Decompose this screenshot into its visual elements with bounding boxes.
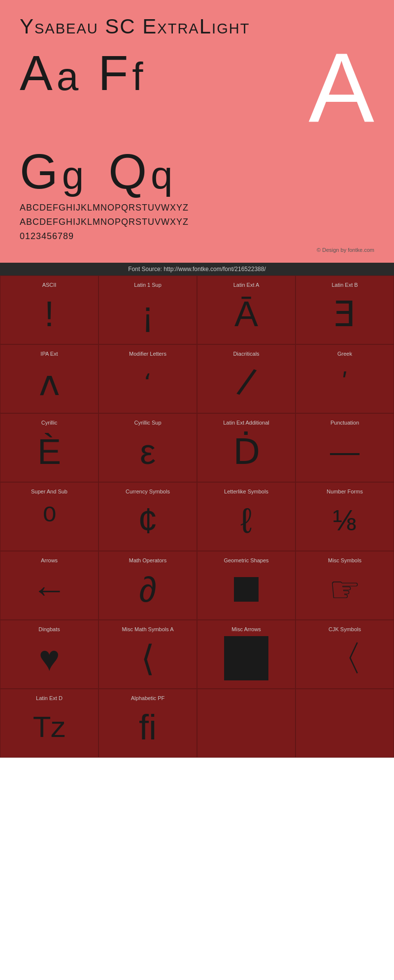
cell-glyph-diacriticals: / (233, 360, 259, 405)
grid-cell-latinexta: Latin Ext A Ā (197, 276, 296, 344)
cell-glyph-miscsymbols: ☞ (329, 567, 361, 612)
grid-cell-cyrillic: Cyrillic È (0, 413, 98, 482)
cell-glyph-cyrillicsup: ε (140, 429, 156, 474)
cell-glyph-arrows: ← (32, 567, 67, 612)
cell-label-letterlike: Letterlike Symbols (224, 489, 268, 494)
cell-label-geoshapes: Geometric Shapes (224, 557, 268, 563)
letter-A: A (20, 45, 53, 100)
letter-pair-ff: Ff (98, 48, 143, 97)
grid-cell-greek: Greek ʹ (296, 344, 394, 413)
cell-label-miscsymbols: Misc Symbols (328, 557, 361, 563)
grid-cell-mathops: Math Operators ∂ (98, 551, 197, 620)
grid-cell-alphabeticpf: Alphabetic PF ﬁ (98, 689, 197, 758)
grid-cell-letterlike: Letterlike Symbols ℓ (197, 482, 296, 551)
cell-glyph-geoshapes (234, 567, 259, 612)
grid-cell-dingbats: Dingbats ♥ (0, 620, 98, 689)
cell-label-punctuation: Punctuation (330, 420, 359, 426)
grid-cell-miscarrows: Misc Arrows (197, 620, 296, 689)
design-credit: © Design by fontke.com (20, 247, 374, 253)
letter-f: f (132, 55, 143, 98)
cell-label-dingbats: Dingbats (38, 626, 60, 632)
letter-F: F (98, 45, 128, 100)
cell-label-latinextb: Latin Ext B (331, 282, 358, 288)
alphabet-lower: ABCDEFGHIJKLMNOPQRSTUVWXYZ (20, 215, 374, 229)
cell-glyph-letterlike: ℓ (240, 498, 252, 543)
cell-glyph-latinexta: Ā (234, 292, 258, 336)
cell-label-diacriticals: Diacriticals (233, 351, 259, 357)
grid-cell-cjksymbols: CJK Symbols 〈 (296, 620, 394, 689)
cell-glyph-superandsub: ⁰ (42, 498, 57, 543)
grid-cell-modifierletters: Modifier Letters ʻ (98, 344, 197, 413)
grid-cell-miscsymbols: Misc Symbols ☞ (296, 551, 394, 620)
letter-pair-qq: Qq (108, 147, 172, 196)
cell-glyph-punctuation: — (330, 429, 360, 474)
cell-label-greek: Greek (337, 351, 352, 357)
grid-cell-latin1sup: Latin 1 Sup ¡ (98, 276, 197, 344)
big-letter-container: A (309, 48, 374, 147)
cell-glyph-latin1sup: ¡ (142, 292, 154, 336)
cell-label-arrows: Arrows (41, 557, 58, 563)
source-banner: Font Source: http://www.fontke.com/font/… (0, 263, 394, 276)
letter-a: a (57, 55, 79, 98)
grid-cell-currency: Currency Symbols ¢ (98, 482, 197, 551)
grid-cell-ascii: ASCII ! (0, 276, 98, 344)
letter-G: G (20, 144, 58, 199)
letter-showcase-2: Gg Qq (20, 147, 374, 196)
cell-glyph-greek: ʹ (341, 361, 348, 405)
cell-glyph-miscmatha: ⟨ (141, 636, 155, 680)
cell-label-latinexta: Latin Ext A (233, 282, 260, 288)
cell-glyph-numberforms: ⅛ (332, 498, 357, 543)
cell-label-mathops: Math Operators (129, 557, 166, 563)
grid-cell-numberforms: Number Forms ⅛ (296, 482, 394, 551)
cell-label-modifierletters: Modifier Letters (129, 351, 166, 357)
cell-label-miscmatha: Misc Math Symbols A (122, 626, 173, 632)
top-section: Ysabeau SC ExtraLight Aa Ff A Gg Qq ABCD… (0, 0, 394, 263)
cell-label-currency: Currency Symbols (126, 489, 170, 494)
letter-pair-gg: Gg (20, 147, 84, 196)
grid-cell-miscmatha: Misc Math Symbols A ⟨ (98, 620, 197, 689)
alphabet-upper: ABCDEFGHIJKLMNOPQRSTUVWXYZ (20, 201, 374, 215)
letter-showcase: Aa Ff A (20, 48, 374, 147)
cell-glyph-latinextb: Ǝ (333, 292, 356, 336)
cell-label-cyrillicsup: Cyrillic Sup (134, 420, 161, 426)
cell-label-ipaext: IPA Ext (40, 351, 58, 357)
cell-glyph-alphabeticpf: ﬁ (139, 705, 157, 749)
cell-glyph-dingbats: ♥ (39, 636, 60, 680)
grid-cell-cyrillicsup: Cyrillic Sup ε (98, 413, 197, 482)
letter-Q: Q (108, 144, 147, 199)
cell-label-superandsub: Super And Sub (31, 489, 67, 494)
cell-label-latin1sup: Latin 1 Sup (134, 282, 162, 288)
cell-glyph-currency: ¢ (138, 498, 158, 543)
cell-glyph-ipaext: ʌ (39, 361, 60, 405)
grid-cell-diacriticals: Diacriticals / (197, 344, 296, 413)
cell-glyph-latinextd: Tz (33, 705, 66, 749)
cell-glyph-miscarrows (224, 636, 268, 680)
grid-cell-geoshapes: Geometric Shapes (197, 551, 296, 620)
cell-glyph-cjksymbols: 〈 (327, 636, 362, 680)
cell-label-cjksymbols: CJK Symbols (328, 626, 361, 632)
letter-q: q (151, 153, 173, 197)
grid-cell-latinextd: Latin Ext D Tz (0, 689, 98, 758)
cell-label-latinextadd: Latin Ext Additional (223, 420, 269, 426)
grid-cell-latinextb: Latin Ext B Ǝ (296, 276, 394, 344)
digits: 0123456789 (20, 229, 374, 244)
grid-cell-empty1 (197, 689, 296, 758)
glyph-grid: ASCII ! Latin 1 Sup ¡ Latin Ext A Ā Lati… (0, 276, 394, 758)
cell-glyph-ascii: ! (44, 292, 54, 336)
grid-cell-punctuation: Punctuation — (296, 413, 394, 482)
cell-glyph-mathops: ∂ (139, 567, 157, 612)
grid-cell-empty2 (296, 689, 394, 758)
cell-label-latinextd: Latin Ext D (36, 695, 63, 701)
grid-cell-arrows: Arrows ← (0, 551, 98, 620)
cell-label-cyrillic: Cyrillic (41, 420, 57, 426)
grid-cell-latinextadd: Latin Ext Additional Ḋ (197, 413, 296, 482)
cell-glyph-cyrillic: È (37, 429, 61, 474)
cell-label-alphabeticpf: Alphabetic PF (131, 695, 164, 701)
cell-glyph-modifierletters: ʻ (144, 361, 152, 405)
cell-label-numberforms: Number Forms (327, 489, 362, 494)
grid-cell-superandsub: Super And Sub ⁰ (0, 482, 98, 551)
letter-g: g (62, 153, 84, 197)
cell-label-miscarrows: Misc Arrows (231, 626, 261, 632)
cell-label-ascii: ASCII (42, 282, 57, 288)
big-letter: A (309, 32, 374, 142)
